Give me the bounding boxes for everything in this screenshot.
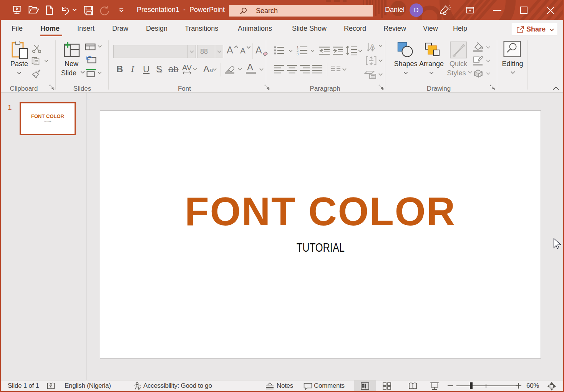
svg-text:AV: AV <box>182 65 192 72</box>
svg-text:3: 3 <box>297 52 299 56</box>
